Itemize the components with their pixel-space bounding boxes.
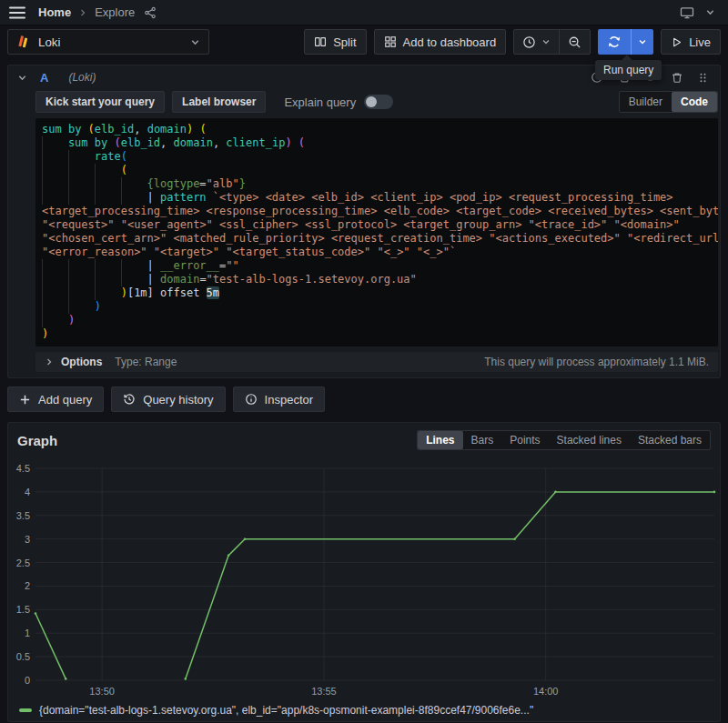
share-shortlink-button[interactable] [144, 6, 157, 19]
zoom-out-time-button[interactable] [559, 30, 590, 54]
live-button[interactable]: Live [661, 29, 721, 55]
code-line: ) [42, 300, 714, 314]
explain-query-toggle[interactable] [364, 95, 393, 109]
code-line: | pattern `<type> <date> <elb_id> <clien… [42, 191, 714, 205]
legend-series-swatch [19, 708, 32, 712]
live-label: Live [689, 35, 711, 49]
graph-style-stacked-bars[interactable]: Stacked bars [630, 431, 710, 449]
run-query-interval-dropdown[interactable] [631, 29, 653, 55]
options-type: Type: Range [115, 356, 177, 368]
query-ref-id: A [40, 71, 48, 85]
explain-query-label: Explain query [284, 95, 356, 109]
query-row-body: Kick start your query Label browser Expl… [28, 91, 718, 372]
inspector-button[interactable]: Inspector [233, 387, 325, 412]
hamburger-menu-button[interactable] [9, 6, 25, 19]
toolbar-right-actions: Split Add to dashboard Live [304, 29, 721, 55]
nav-expand-button[interactable] [705, 7, 715, 17]
builder-mode-button[interactable]: Builder [620, 92, 672, 112]
graph-title: Graph [17, 433, 57, 448]
explain-query-control: Explain query [284, 95, 393, 109]
add-query-button[interactable]: Add query [7, 387, 104, 412]
svg-text:2.5: 2.5 [16, 557, 30, 568]
options-label: Options [61, 356, 102, 368]
code-line: "<chosen_cert_arn>" <matched_rule_priori… [42, 232, 714, 246]
chevron-right-icon [78, 8, 87, 17]
legend-series-label: {domain="test-alb-logs-1.setevoy.org.ua"… [39, 704, 533, 717]
svg-text:4.5: 4.5 [16, 463, 30, 474]
svg-text:0: 0 [25, 675, 30, 686]
code-mode-button[interactable]: Code [672, 92, 717, 112]
svg-text:4: 4 [25, 487, 30, 497]
label-browser-button[interactable]: Label browser [172, 91, 266, 113]
nav-right-controls [680, 5, 715, 20]
breadcrumb-explore[interactable]: Explore [95, 5, 135, 19]
add-to-dashboard-button[interactable]: Add to dashboard [374, 29, 507, 55]
drag-dots-icon [697, 72, 709, 84]
query-datasource-hint: (Loki) [68, 71, 96, 84]
graph-style-switcher: LinesBarsPointsStacked linesStacked bars [417, 430, 711, 450]
explore-actions: Add query Query history Inspector [7, 387, 721, 412]
breadcrumb-home[interactable]: Home [38, 5, 71, 19]
time-picker-button[interactable] [514, 30, 559, 54]
graph-style-bars[interactable]: Bars [463, 431, 502, 449]
legend-item[interactable]: {domain="test-alb-logs-1.setevoy.org.ua"… [19, 704, 533, 717]
plus-icon [19, 394, 31, 406]
history-icon [123, 393, 136, 406]
collapse-chevron-icon[interactable] [17, 73, 27, 83]
svg-text:3: 3 [25, 534, 30, 545]
code-line: sum by (elb_id, domain) ( [42, 123, 714, 136]
run-query-main[interactable] [598, 29, 631, 55]
code-line: | domain="test-alb-logs-1.setevoy.org.ua… [42, 273, 714, 286]
svg-text:14:00: 14:00 [533, 686, 559, 697]
code-line: <target_processing_time> <response_proce… [42, 205, 714, 218]
svg-text:13:50: 13:50 [89, 686, 115, 697]
code-line: rate( [42, 150, 714, 164]
svg-text:13:55: 13:55 [311, 686, 337, 697]
info-circle-icon [245, 393, 258, 406]
code-line: sum by (elb_id, domain, client_ip) ( [42, 136, 714, 150]
code-line: )[1m] offset 5m [42, 286, 714, 300]
graph-style-lines[interactable]: Lines [418, 431, 462, 449]
search-minus-icon [568, 35, 581, 49]
code-line: "<request>" "<user_agent>" <ssl_cipher> … [42, 218, 714, 232]
graph-style-stacked-lines[interactable]: Stacked lines [549, 431, 630, 449]
hamburger-icon [9, 6, 25, 19]
query-code-editor[interactable]: sum by (elb_id, domain) (sum by (elb_id,… [35, 118, 718, 346]
monitor-icon [680, 5, 694, 20]
toggle-knob [366, 96, 377, 107]
svg-text:1.5: 1.5 [16, 604, 30, 615]
remove-query-button[interactable] [671, 71, 683, 84]
query-history-label: Query history [143, 393, 213, 407]
time-range-controls [513, 29, 591, 55]
trash-icon [671, 71, 683, 84]
query-editor-panel: A (Loki) Kick start your query Label bro… [7, 65, 721, 378]
query-options-bar[interactable]: Options Type: Range This query will proc… [35, 352, 718, 372]
code-line: "<error_reason>" "<target>" "<target_sta… [42, 246, 714, 259]
kiosk-mode-button[interactable] [680, 5, 694, 20]
add-to-dashboard-label: Add to dashboard [403, 35, 497, 49]
apps-grid-icon [384, 35, 397, 48]
code-line: ( [42, 164, 714, 177]
time-series-chart[interactable]: 00.511.522.533.544.513:5013:5514:00 [8, 452, 720, 698]
run-query-button[interactable] [598, 29, 653, 55]
query-history-button[interactable]: Query history [111, 387, 225, 412]
clock-icon [522, 35, 536, 49]
split-button[interactable]: Split [304, 29, 366, 55]
chevron-down-icon [541, 37, 551, 46]
split-columns-icon [314, 35, 327, 48]
graph-panel-header: Graph LinesBarsPointsStacked linesStacke… [8, 423, 720, 450]
builder-code-switcher: Builder Code [619, 91, 718, 113]
code-line: | __error__="" [42, 259, 714, 273]
datasource-picker[interactable]: Loki [7, 29, 209, 55]
split-label: Split [333, 35, 356, 49]
query-size-estimate: This query will process approximately 1.… [484, 356, 709, 368]
graph-style-points[interactable]: Points [501, 431, 548, 449]
chevron-down-icon [190, 37, 200, 47]
kick-start-query-button[interactable]: Kick start your query [35, 91, 165, 113]
drag-handle[interactable] [697, 72, 709, 84]
query-editor-toolbar: Kick start your query Label browser Expl… [35, 91, 718, 113]
code-line: ) [42, 327, 714, 341]
explore-toolbar: Loki Split Add to dashboard [0, 25, 728, 55]
loki-logo-icon [16, 35, 31, 49]
play-icon [671, 36, 682, 48]
